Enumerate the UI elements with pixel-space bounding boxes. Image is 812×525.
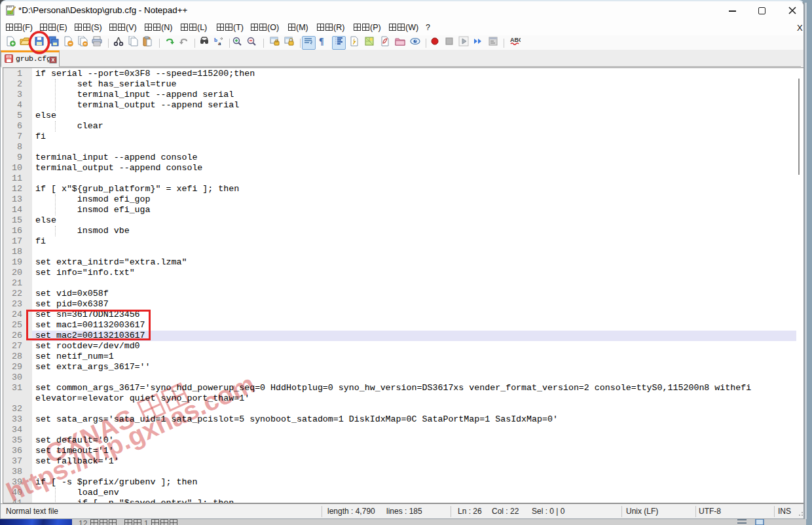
svg-text:ABC: ABC <box>510 37 521 43</box>
svg-text:b: b <box>214 37 217 43</box>
svg-text:a: a <box>218 40 221 46</box>
svg-text:¶: ¶ <box>319 37 324 46</box>
